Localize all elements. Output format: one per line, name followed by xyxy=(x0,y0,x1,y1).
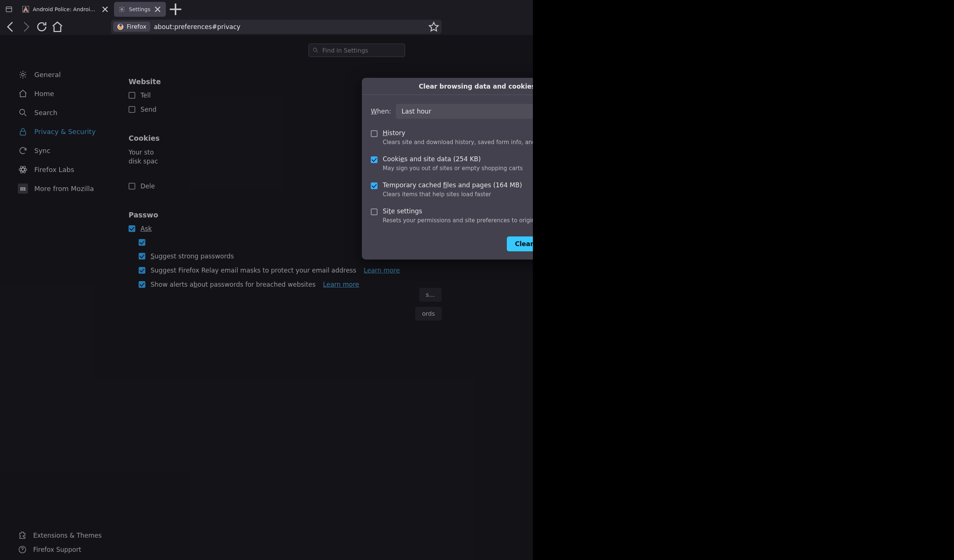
identity-box[interactable]: Firefox xyxy=(113,22,150,32)
checkbox-icon xyxy=(371,208,377,215)
checkbox-icon xyxy=(371,156,377,163)
tab-android-police[interactable]: Android Police: Android news, reviews xyxy=(18,2,113,17)
bookmark-star-button[interactable] xyxy=(428,21,440,33)
option-label: Temporary cached files and pages (164 MB… xyxy=(383,181,522,189)
reload-button[interactable] xyxy=(35,20,48,34)
tab-overview-button[interactable] xyxy=(0,0,18,18)
tab-close-button[interactable] xyxy=(154,6,161,13)
tab-close-button[interactable] xyxy=(101,6,109,13)
option-desc: Clears items that help sites load faster xyxy=(383,191,522,198)
dialog-title: Clear browsing data and cookies xyxy=(419,82,536,90)
screen-void xyxy=(533,0,954,560)
checkbox-icon xyxy=(371,130,377,137)
when-label: When: xyxy=(371,107,391,115)
firefox-icon xyxy=(117,23,124,30)
tab-strip: Android Police: Android news, reviews Se… xyxy=(18,0,182,18)
option-desc: May sign you out of sites or empty shopp… xyxy=(383,165,523,172)
url-bar[interactable]: Firefox about:preferences#privacy xyxy=(111,20,441,34)
tab-title: Settings xyxy=(129,6,150,12)
svg-point-2 xyxy=(121,8,123,10)
back-button[interactable] xyxy=(4,20,17,34)
home-button[interactable] xyxy=(51,20,64,34)
tab-settings[interactable]: Settings xyxy=(114,2,166,17)
forward-button xyxy=(19,20,33,34)
tab-title: Android Police: Android news, reviews xyxy=(33,6,98,12)
favicon-android-police xyxy=(22,6,29,12)
gear-icon xyxy=(118,6,125,12)
svg-rect-0 xyxy=(6,7,12,12)
identity-label: Firefox xyxy=(127,23,147,30)
new-tab-button[interactable] xyxy=(169,3,182,16)
dropdown-value: Last hour xyxy=(402,107,432,115)
option-label: Cookies and site data (254 KB) xyxy=(383,155,523,163)
checkbox-icon xyxy=(371,182,377,189)
url-text: about:preferences#privacy xyxy=(154,23,424,31)
